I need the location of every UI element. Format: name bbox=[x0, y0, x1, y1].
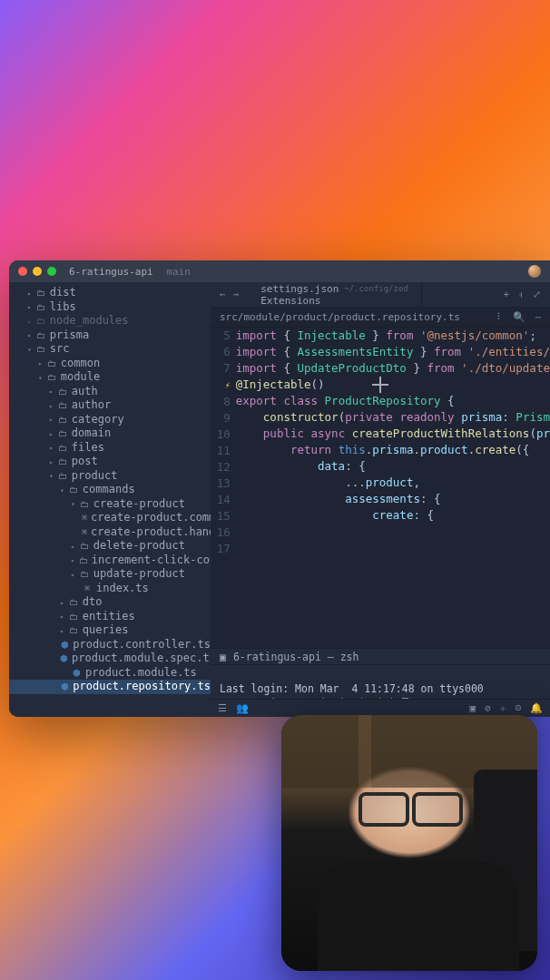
tab-extensions[interactable]: Extensions bbox=[248, 295, 422, 307]
terminal-status-icon[interactable]: ▣ bbox=[470, 702, 476, 714]
terminal-tab-label[interactable]: 6-ratingus-api — zsh bbox=[233, 651, 358, 663]
expand-icon[interactable]: ⤢ bbox=[533, 289, 541, 300]
terminal-last-login: Last login: Mon Mar 4 11:17:48 on ttys00… bbox=[220, 682, 484, 695]
nav-forward-icon[interactable]: → bbox=[233, 289, 240, 300]
file-explorer[interactable]: 🗀dist🗀libs🗀node_modules🗀prisma🗀src🗀commo… bbox=[9, 282, 211, 717]
tree-item-delete-product[interactable]: 🗀delete-product bbox=[9, 539, 211, 554]
tree-item-update-product[interactable]: 🗀update-product bbox=[9, 567, 211, 582]
notifications-icon[interactable]: 🔔 bbox=[530, 702, 543, 714]
copilot-icon[interactable]: ✧ bbox=[500, 702, 506, 714]
close-icon[interactable] bbox=[18, 267, 27, 276]
tree-item-author[interactable]: 🗀author bbox=[9, 398, 211, 413]
nav-back-icon[interactable]: ← bbox=[220, 289, 226, 300]
panel-toggle-icon[interactable]: ☰ bbox=[218, 702, 227, 714]
tree-item-product-repository-ts[interactable]: ⬢product.repository.ts bbox=[9, 680, 211, 694]
tree-item-common[interactable]: 🗀common bbox=[9, 357, 211, 371]
window-controls bbox=[18, 267, 56, 276]
titlebar[interactable]: 6-ratingus-api main bbox=[9, 260, 550, 282]
code-editor[interactable]: 5 6 7⚡ 8 9 10 11 12 13 14 15 16 17 impor… bbox=[211, 328, 550, 648]
tree-item-src[interactable]: 🗀src bbox=[9, 342, 211, 357]
status-bar: ☰ 👥 ▣ ⊘ ✧ ☺ 🔔 bbox=[211, 699, 550, 717]
breadcrumb[interactable]: src/module/product/product.repository.ts bbox=[220, 311, 460, 323]
tree-item-index-ts[interactable]: ⌘index.ts bbox=[9, 582, 211, 596]
tree-item-product-controller-ts[interactable]: ⬢product.controller.ts bbox=[9, 638, 211, 652]
tree-item-create-product-handle[interactable]: ⌘create-product.handle bbox=[9, 525, 211, 540]
tree-item-files[interactable]: 🗀files bbox=[9, 441, 211, 456]
tree-item-category[interactable]: 🗀category bbox=[9, 413, 211, 427]
tree-item-node-modules[interactable]: 🗀node_modules bbox=[9, 314, 211, 328]
desktop-wallpaper: 6-ratingus-api main 🗀dist🗀libs🗀node_modu… bbox=[0, 0, 550, 980]
search-icon[interactable]: 🔍 bbox=[513, 311, 525, 323]
tree-item-dto[interactable]: 🗀dto bbox=[9, 595, 211, 610]
tree-item-module[interactable]: 🗀module bbox=[9, 370, 211, 385]
tree-item-increment-click-count[interactable]: 🗀increment-click-count bbox=[9, 554, 211, 568]
tabs-row: ← → settings.json~/.config/zedExtensions… bbox=[211, 282, 550, 308]
collab-icon[interactable]: 👥 bbox=[236, 702, 249, 714]
tree-item-commands[interactable]: 🗀commands bbox=[9, 483, 211, 497]
ide-window: 6-ratingus-api main 🗀dist🗀libs🗀node_modu… bbox=[9, 260, 550, 717]
window-title: 6-ratingus-api main bbox=[69, 266, 528, 278]
breadcrumb-bar: src/module/product/product.repository.ts… bbox=[211, 308, 550, 328]
tree-item-product-module-spec-ts[interactable]: ⬢product.module.spec.ts bbox=[9, 652, 211, 666]
more-icon[interactable]: ⋯ bbox=[535, 311, 541, 323]
tree-item-product-module-ts[interactable]: ⬢product.module.ts bbox=[9, 666, 211, 681]
feedback-icon[interactable]: ☺ bbox=[515, 702, 521, 714]
split-icon[interactable]: ⫞ bbox=[518, 289, 524, 300]
maximize-icon[interactable] bbox=[47, 267, 56, 276]
tree-item-create-product[interactable]: 🗀create-product bbox=[9, 497, 211, 512]
inlay-icon[interactable]: ⠇ bbox=[496, 311, 504, 323]
avatar[interactable] bbox=[528, 265, 541, 278]
minimize-icon[interactable] bbox=[33, 267, 42, 276]
tree-item-product[interactable]: 🗀product bbox=[9, 469, 211, 484]
editor-area: ← → settings.json~/.config/zedExtensions… bbox=[211, 282, 550, 717]
new-tab-icon[interactable]: + bbox=[503, 289, 509, 300]
tab-settings-json[interactable]: settings.json~/.config/zed bbox=[248, 283, 422, 295]
tree-item-libs[interactable]: 🗀libs bbox=[9, 300, 211, 315]
tree-item-entities[interactable]: 🗀entities bbox=[9, 610, 211, 624]
tree-item-prisma[interactable]: 🗀prisma bbox=[9, 328, 211, 343]
error-status-icon[interactable]: ⊘ bbox=[485, 702, 491, 714]
webcam-overlay bbox=[281, 715, 537, 971]
terminal-panel[interactable]: ▣ 6-ratingus-api — zsh Last login: Mon M… bbox=[211, 648, 550, 699]
tree-item-queries[interactable]: 🗀queries bbox=[9, 623, 211, 638]
tree-item-domain[interactable]: 🗀domain bbox=[9, 426, 211, 441]
tree-item-post[interactable]: 🗀post bbox=[9, 455, 211, 469]
tree-item-create-product-comman[interactable]: ⌘create-product.comman bbox=[9, 511, 211, 525]
tree-item-dist[interactable]: 🗀dist bbox=[9, 286, 211, 300]
terminal-icon: ▣ bbox=[220, 651, 226, 663]
tree-item-auth[interactable]: 🗀auth bbox=[9, 385, 211, 399]
